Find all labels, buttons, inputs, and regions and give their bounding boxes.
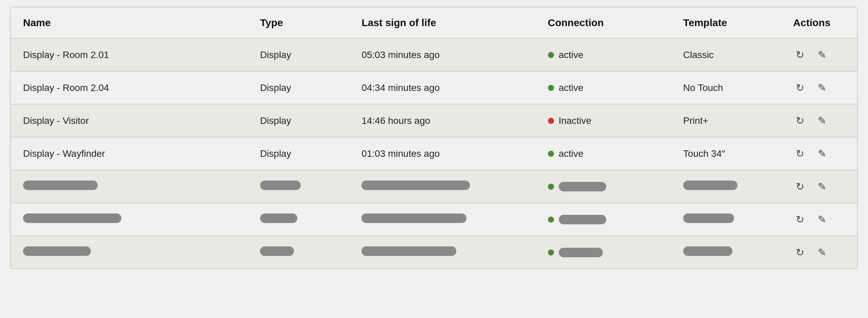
skeleton-actions: ↻✎: [781, 203, 857, 236]
cell-connection: active: [536, 137, 671, 170]
status-dot-active: [548, 85, 554, 91]
cell-connection: Inactive: [536, 104, 671, 137]
header-actions: Actions: [781, 7, 857, 38]
skeleton-type: [248, 203, 350, 236]
header-type: Type: [248, 7, 350, 38]
status-dot-active: [548, 52, 554, 58]
cell-connection: active: [536, 71, 671, 104]
refresh-button[interactable]: ↻: [793, 113, 807, 128]
skeleton-connection: [536, 236, 671, 268]
cell-name: Display - Room 2.04: [11, 71, 248, 104]
skeleton-template: [671, 236, 781, 268]
cell-template: No Touch: [671, 71, 781, 104]
connection-label: Inactive: [559, 115, 592, 126]
connection-label: active: [559, 50, 584, 60]
skeleton-status-dot: [548, 249, 554, 256]
skeleton-connection: [536, 203, 671, 236]
skeleton-type: [248, 236, 350, 268]
table-row: ↻✎: [11, 170, 857, 203]
cell-actions: ↻✎: [781, 137, 857, 170]
skeleton-life: [349, 170, 535, 203]
cell-type: Display: [248, 71, 350, 104]
skeleton-status-dot: [548, 184, 554, 190]
header-name: Name: [11, 7, 248, 38]
connection-label: active: [559, 148, 584, 159]
cell-last-sign-of-life: 14:46 hours ago: [349, 104, 535, 137]
cell-last-sign-of-life: 01:03 minutes ago: [349, 137, 535, 170]
devices-table-container: Name Type Last sign of life Connection T…: [10, 7, 858, 269]
connection-label: active: [559, 82, 584, 93]
cell-connection: active: [536, 38, 671, 71]
skeleton-actions: ↻✎: [781, 236, 857, 268]
edit-button[interactable]: ✎: [815, 179, 829, 194]
cell-actions: ↻✎: [781, 71, 857, 104]
skeleton-name: [11, 203, 248, 236]
header-template: Template: [671, 7, 781, 38]
refresh-button[interactable]: ↻: [793, 146, 807, 161]
header-connection: Connection: [536, 7, 671, 38]
skeleton-life: [349, 203, 535, 236]
cell-template: Classic: [671, 38, 781, 71]
cell-template: Touch 34″: [671, 137, 781, 170]
edit-button[interactable]: ✎: [815, 113, 829, 128]
skeleton-status-dot: [548, 217, 554, 223]
edit-button[interactable]: ✎: [815, 245, 829, 260]
cell-last-sign-of-life: 04:34 minutes ago: [349, 71, 535, 104]
table-header-row: Name Type Last sign of life Connection T…: [11, 7, 857, 38]
status-dot-inactive: [548, 118, 554, 124]
edit-button[interactable]: ✎: [815, 212, 829, 227]
skeleton-type: [248, 170, 350, 203]
refresh-button[interactable]: ↻: [793, 48, 807, 62]
cell-type: Display: [248, 137, 350, 170]
table-row: ↻✎: [11, 236, 857, 268]
table-row: ↻✎: [11, 203, 857, 236]
cell-template: Print+: [671, 104, 781, 137]
devices-table: Name Type Last sign of life Connection T…: [11, 7, 857, 268]
edit-button[interactable]: ✎: [815, 48, 829, 62]
table-row: Display - Room 2.04Display04:34 minutes …: [11, 71, 857, 104]
cell-last-sign-of-life: 05:03 minutes ago: [349, 38, 535, 71]
cell-name: Display - Wayfinder: [11, 137, 248, 170]
edit-button[interactable]: ✎: [815, 146, 829, 161]
status-dot-active: [548, 151, 554, 157]
skeleton-connection: [536, 170, 671, 203]
skeleton-name: [11, 170, 248, 203]
refresh-button[interactable]: ↻: [793, 179, 807, 194]
cell-name: Display - Room 2.01: [11, 38, 248, 71]
skeleton-life: [349, 236, 535, 268]
skeleton-template: [671, 203, 781, 236]
refresh-button[interactable]: ↻: [793, 245, 807, 260]
table-row: Display - Room 2.01Display05:03 minutes …: [11, 38, 857, 71]
refresh-button[interactable]: ↻: [793, 80, 807, 95]
cell-name: Display - Visitor: [11, 104, 248, 137]
edit-button[interactable]: ✎: [815, 80, 829, 95]
table-row: Display - VisitorDisplay14:46 hours agoI…: [11, 104, 857, 137]
cell-actions: ↻✎: [781, 38, 857, 71]
header-last-sign-of-life: Last sign of life: [349, 7, 535, 38]
refresh-button[interactable]: ↻: [793, 212, 807, 227]
skeleton-name: [11, 236, 248, 268]
cell-actions: ↻✎: [781, 104, 857, 137]
skeleton-template: [671, 170, 781, 203]
skeleton-actions: ↻✎: [781, 170, 857, 203]
cell-type: Display: [248, 104, 350, 137]
table-row: Display - WayfinderDisplay01:03 minutes …: [11, 137, 857, 170]
cell-type: Display: [248, 38, 350, 71]
